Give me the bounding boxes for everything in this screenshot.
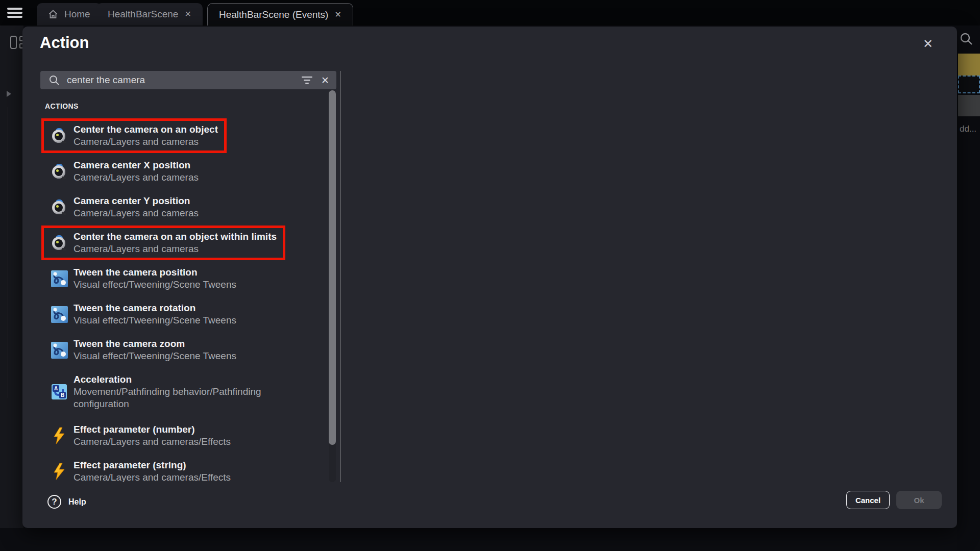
menu-icon[interactable]: [7, 8, 24, 19]
tween-icon: [50, 305, 68, 323]
action-title: Center the camera on an object within li…: [74, 231, 277, 243]
truncated-add-text: dd...: [960, 124, 976, 134]
event-block-selected: [958, 76, 980, 93]
action-title: Tween the camera zoom: [74, 338, 236, 350]
action-item-effect-parameter-number[interactable]: Effect parameter (number) Camera/Layers …: [41, 418, 239, 453]
action-title: Tween the camera position: [74, 266, 236, 279]
help-button[interactable]: ? Help: [47, 495, 86, 509]
tween-icon: [50, 341, 68, 359]
action-item-tween-camera-rotation[interactable]: Tween the camera rotation Visual effect/…: [41, 297, 245, 332]
tab-bar: Home HealthBarScene ✕ HealthBarScene (Ev…: [0, 0, 980, 26]
action-item-center-camera-within-limits[interactable]: Center the camera on an object within li…: [41, 226, 285, 260]
action-title: Acceleration: [74, 373, 319, 386]
action-title: Center the camera on an object: [74, 123, 218, 136]
action-path: Camera/Layers and cameras/Effects: [74, 436, 231, 448]
list-divider: [340, 71, 341, 482]
tween-icon: [50, 269, 68, 288]
action-path: Camera/Layers and cameras: [74, 171, 199, 184]
action-path: Visual effect/Tweening/Scene Tweens: [74, 350, 236, 362]
search-icon: [48, 74, 60, 86]
event-block-yellow: [958, 54, 980, 76]
close-tab-icon[interactable]: ✕: [334, 11, 341, 19]
section-header: ACTIONS: [45, 102, 79, 110]
scrollbar-thumb[interactable]: [329, 90, 336, 445]
filter-icon[interactable]: [301, 74, 313, 85]
action-title: Camera center X position: [74, 159, 199, 171]
action-dialog: Action ✕ ✕ ACTIONS Center the camera on …: [22, 27, 957, 528]
action-item-acceleration[interactable]: A B Acceleration Movement/Pathfinding be…: [41, 368, 328, 415]
lightning-icon: [50, 462, 68, 481]
action-path: Camera/Layers and cameras/Effects: [74, 471, 231, 482]
close-icon[interactable]: ✕: [920, 36, 936, 52]
action-title: Effect parameter (string): [74, 459, 231, 471]
camera-icon: [50, 127, 68, 145]
clear-search-icon[interactable]: ✕: [321, 76, 329, 85]
camera-icon: [50, 234, 68, 252]
close-tab-icon[interactable]: ✕: [184, 10, 191, 18]
events-editor-left-edge: [0, 26, 23, 528]
search-icon[interactable]: [959, 32, 973, 48]
action-item-tween-camera-zoom[interactable]: Tween the camera zoom Visual effect/Twee…: [41, 333, 245, 367]
event-tree-line: [8, 107, 8, 398]
action-item-camera-center-y[interactable]: Camera center Y position Camera/Layers a…: [41, 190, 207, 224]
cancel-button[interactable]: Cancel: [846, 491, 890, 509]
action-path: Camera/Layers and cameras: [74, 136, 218, 148]
event-block-gray: [958, 95, 980, 116]
ok-button[interactable]: Ok: [896, 491, 942, 509]
action-item-effect-parameter-string[interactable]: Effect parameter (string) Camera/Layers …: [41, 454, 239, 482]
tab-label: Home: [64, 9, 90, 20]
tab-home[interactable]: Home: [37, 3, 102, 26]
search-input[interactable]: [67, 74, 301, 86]
search-bar[interactable]: ✕: [40, 71, 336, 89]
action-path: Movement/Pathfinding behavior/Pathfindin…: [74, 386, 319, 410]
tab-label: HealthBarScene: [108, 9, 178, 20]
help-label: Help: [68, 497, 86, 507]
tab-healthbarscene[interactable]: HealthBarScene ✕: [96, 3, 203, 26]
event-row-arrow-icon: [7, 91, 11, 97]
home-icon: [48, 9, 58, 19]
action-path: Visual effect/Tweening/Scene Tweens: [74, 314, 236, 327]
camera-icon: [50, 162, 68, 181]
action-title: Effect parameter (number): [74, 423, 231, 436]
camera-icon: [50, 198, 68, 216]
lightning-icon: [50, 427, 68, 445]
events-editor-right-edge: dd...: [957, 26, 980, 551]
action-path: Camera/Layers and cameras: [74, 207, 199, 219]
action-item-tween-camera-position[interactable]: Tween the camera position Visual effect/…: [41, 261, 245, 296]
action-path: Camera/Layers and cameras: [74, 243, 277, 255]
pathfinding-icon: A B: [50, 383, 68, 401]
action-title: Camera center Y position: [74, 195, 199, 207]
action-item-camera-center-x[interactable]: Camera center X position Camera/Layers a…: [41, 154, 207, 189]
action-path: Visual effect/Tweening/Scene Tweens: [74, 279, 236, 291]
help-icon: ?: [47, 495, 61, 509]
action-item-center-camera-on-object[interactable]: Center the camera on an object Camera/La…: [41, 118, 227, 153]
action-title: Tween the camera rotation: [74, 302, 236, 314]
dialog-title: Action: [40, 34, 89, 52]
scrollbar-track[interactable]: [329, 90, 336, 482]
tab-healthbarscene-events[interactable]: HealthBarScene (Events) ✕: [207, 3, 353, 26]
actions-list: ACTIONS Center the camera on an object C…: [22, 98, 328, 482]
tab-label: HealthBarScene (Events): [219, 9, 328, 20]
